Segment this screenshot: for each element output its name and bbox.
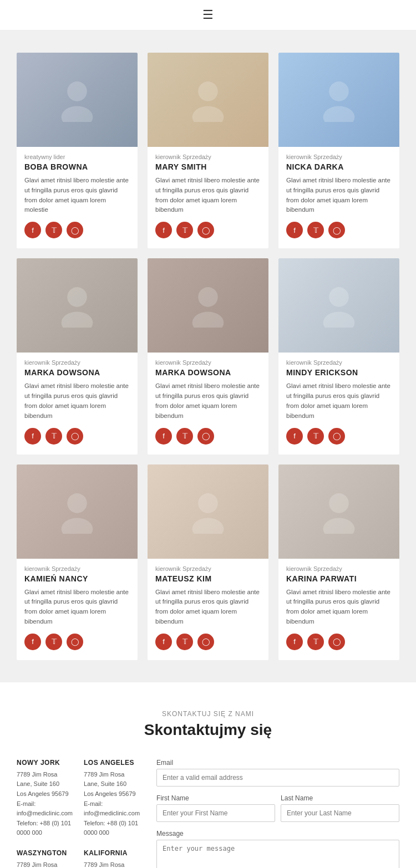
team-card: kierownik Sprzedaży MARKA DOWSONA Glavi … [17, 258, 138, 454]
svg-point-3 [192, 106, 224, 122]
facebook-icon[interactable]: f [155, 222, 172, 238]
facebook-icon[interactable]: f [286, 634, 303, 650]
team-role: kierownik Sprzedaży [24, 359, 130, 366]
team-name: MINDY ERICKSON [286, 368, 392, 377]
twitter-icon[interactable]: 𝕋 [176, 428, 193, 445]
team-card-body: kierownik Sprzedaży MARY SMITH Glavi ame… [148, 147, 268, 215]
team-role: kierownik Sprzedaży [155, 154, 261, 160]
team-card: kierownik Sprzedaży MINDY ERICKSON Glavi… [278, 258, 399, 454]
team-name: KAMIEŃ NANCY [24, 574, 130, 583]
facebook-icon[interactable]: f [286, 222, 303, 238]
svg-point-9 [192, 312, 224, 328]
message-input[interactable] [156, 840, 399, 868]
facebook-icon[interactable]: f [24, 634, 41, 650]
team-desc: Glavi amet ritnisl libero molestie ante … [286, 588, 392, 627]
svg-point-11 [323, 312, 355, 328]
team-socials: f 𝕋 ◯ [148, 222, 268, 238]
team-card-body: kierownik Sprzedaży KAMIEŃ NANCY Glavi a… [17, 559, 138, 627]
team-grid: kreatywny lider BOBA BROWNA Glavi amet r… [17, 53, 399, 660]
team-role: kierownik Sprzedaży [286, 565, 392, 572]
team-name: BOBA BROWNA [24, 162, 130, 171]
team-name: KARINA PARWATI [286, 574, 392, 583]
lastname-group: Last Name [281, 794, 399, 822]
svg-point-16 [329, 493, 349, 513]
instagram-icon[interactable]: ◯ [197, 222, 214, 238]
svg-point-1 [62, 106, 93, 122]
instagram-icon[interactable]: ◯ [197, 634, 214, 650]
contact-subtitle: SKONTAKTUJ SIĘ Z NAMI [17, 710, 399, 718]
facebook-icon[interactable]: f [24, 428, 41, 445]
instagram-icon[interactable]: ◯ [67, 634, 83, 650]
team-card: kierownik Sprzedaży MATEUSZ KIM Glavi am… [148, 464, 268, 660]
facebook-icon[interactable]: f [24, 222, 41, 238]
team-card-body: kierownik Sprzedaży NICKA DARKA Glavi am… [278, 147, 399, 215]
address-block: KALIFORNIA7789 Jim Rosa Lane, Suite 160L… [84, 849, 140, 868]
team-photo [17, 464, 138, 559]
team-photo [148, 53, 268, 147]
facebook-icon[interactable]: f [286, 428, 303, 445]
city-name: WASZYNGTON [17, 849, 73, 857]
instagram-icon[interactable]: ◯ [67, 428, 83, 445]
team-role: kierownik Sprzedaży [24, 565, 130, 572]
firstname-group: First Name [156, 794, 275, 822]
team-role: kierownik Sprzedaży [286, 154, 392, 160]
team-photo [278, 53, 399, 147]
twitter-icon[interactable]: 𝕋 [307, 428, 324, 445]
team-role: kierownik Sprzedaży [286, 359, 392, 366]
team-socials: f 𝕋 ◯ [17, 428, 138, 445]
team-photo [278, 464, 399, 559]
team-card-body: kreatywny lider BOBA BROWNA Glavi amet r… [17, 147, 138, 215]
team-card: kierownik Sprzedaży KAMIEŃ NANCY Glavi a… [17, 464, 138, 660]
twitter-icon[interactable]: 𝕋 [307, 222, 324, 238]
svg-point-8 [198, 287, 218, 307]
team-socials: f 𝕋 ◯ [278, 634, 399, 650]
instagram-icon[interactable]: ◯ [197, 428, 214, 445]
team-card-body: kierownik Sprzedaży MARKA DOWSONA Glavi … [17, 353, 138, 421]
instagram-icon[interactable]: ◯ [67, 222, 83, 238]
menu-icon[interactable]: ☰ [202, 8, 214, 22]
svg-point-10 [329, 287, 349, 307]
team-desc: Glavi amet ritnisl libero molestie ante … [286, 176, 392, 215]
instagram-icon[interactable]: ◯ [328, 634, 345, 650]
lastname-input[interactable] [281, 804, 399, 822]
svg-point-14 [198, 493, 218, 513]
instagram-icon[interactable]: ◯ [328, 428, 345, 445]
team-socials: f 𝕋 ◯ [278, 222, 399, 238]
team-socials: f 𝕋 ◯ [148, 428, 268, 445]
twitter-icon[interactable]: 𝕋 [176, 634, 193, 650]
facebook-icon[interactable]: f [155, 428, 172, 445]
contact-addresses: NOWY JORK7789 Jim Rosa Lane, Suite 160Lo… [17, 759, 140, 868]
contact-section: SKONTAKTUJ SIĘ Z NAMI Skontaktujmy się N… [0, 682, 416, 868]
instagram-icon[interactable]: ◯ [328, 222, 345, 238]
twitter-icon[interactable]: 𝕋 [45, 428, 62, 445]
twitter-icon[interactable]: 𝕋 [45, 222, 62, 238]
city-name: KALIFORNIA [84, 849, 140, 857]
svg-point-5 [323, 106, 355, 122]
twitter-icon[interactable]: 𝕋 [45, 634, 62, 650]
team-photo [278, 258, 399, 353]
svg-point-12 [67, 493, 87, 513]
team-card: kierownik Sprzedaży MARY SMITH Glavi ame… [148, 53, 268, 248]
twitter-icon[interactable]: 𝕋 [307, 634, 324, 650]
team-card-body: kierownik Sprzedaży KARINA PARWATI Glavi… [278, 559, 399, 627]
firstname-label: First Name [156, 794, 275, 802]
message-group: Message [156, 830, 399, 868]
team-desc: Glavi amet ritnisl libero molestie ante … [155, 176, 261, 215]
email-group: Email [156, 759, 399, 787]
twitter-icon[interactable]: 𝕋 [176, 222, 193, 238]
svg-point-6 [67, 287, 87, 307]
team-card-body: kierownik Sprzedaży MINDY ERICKSON Glavi… [278, 353, 399, 421]
address-text: 7789 Jim Rosa Lane, Suite 160Los Angeles… [17, 860, 73, 868]
team-role: kierownik Sprzedaży [155, 359, 261, 366]
team-card-body: kierownik Sprzedaży MATEUSZ KIM Glavi am… [148, 559, 268, 627]
address-block: NOWY JORK7789 Jim Rosa Lane, Suite 160Lo… [17, 759, 73, 838]
team-name: NICKA DARKA [286, 162, 392, 171]
firstname-input[interactable] [156, 804, 275, 822]
email-input[interactable] [156, 769, 399, 787]
contact-layout: NOWY JORK7789 Jim Rosa Lane, Suite 160Lo… [17, 759, 399, 868]
team-photo [148, 258, 268, 353]
team-socials: f 𝕋 ◯ [278, 428, 399, 445]
team-card: kreatywny lider BOBA BROWNA Glavi amet r… [17, 53, 138, 248]
svg-point-7 [62, 312, 93, 328]
facebook-icon[interactable]: f [155, 634, 172, 650]
